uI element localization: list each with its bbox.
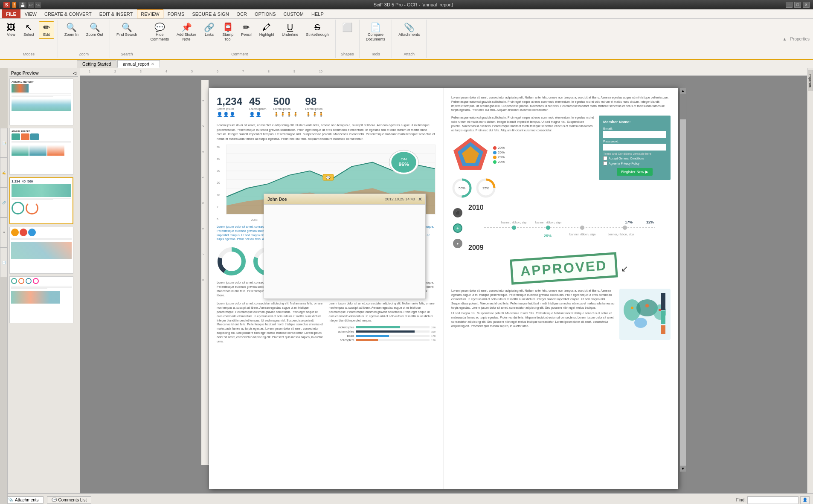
search-group-label: Search (113, 51, 140, 56)
sidebar-tab-links[interactable]: 🔗 (0, 188, 8, 217)
attachments-btn[interactable]: 📎 Attachments (395, 21, 423, 39)
page-thumb-5[interactable] (9, 276, 73, 323)
reg-form-title: Member Name: (603, 120, 666, 124)
shapes-group-label: Shapes (339, 51, 356, 56)
minimize-btn[interactable]: ─ (786, 2, 793, 8)
horizontal-ruler: 1 2 3 4 5 6 7 8 9 10 (80, 68, 807, 76)
ribbon-collapse-btn[interactable]: ▲ (781, 36, 789, 42)
select-btn[interactable]: ↖ Select (20, 21, 37, 39)
scroll-up-btn[interactable]: ▲ (680, 88, 686, 94)
find-user-btn[interactable]: 👤 (800, 496, 810, 504)
select-icon: ↖ (25, 23, 32, 32)
svg-text:8: 8 (201, 279, 204, 281)
create-convert-menu[interactable]: CREATE & CONVERT (41, 9, 95, 18)
page-right-column: Lorem ipsum dolor sit amet, consectetur … (444, 88, 678, 489)
edit-btn[interactable]: ✏ Edit (39, 21, 54, 39)
year-2009: 2009 (468, 244, 671, 252)
tab-getting-started[interactable]: Getting Started (77, 60, 116, 68)
page-preview-panel: Page Preview ◁ ANNUAL REPORT ANNUAL REPO… (8, 68, 80, 493)
sidebar-tab-bookmarks[interactable]: 📑 (0, 128, 8, 158)
find-input[interactable] (747, 496, 798, 504)
register-now-btn[interactable]: Register Now ▶ (617, 168, 653, 176)
file-menu-btn[interactable]: FILE (2, 9, 20, 18)
edit-insert-menu[interactable]: EDIT & INSERT (96, 9, 136, 18)
tab-close-icon[interactable]: ✕ (151, 62, 154, 66)
svg-text:5: 5 (191, 70, 193, 73)
timeline-dot-3: ● (453, 239, 462, 248)
popup-body[interactable] (264, 205, 425, 298)
ribbon-collapse-area: ▲ Properties (779, 20, 813, 58)
properties-tab[interactable]: Properties (808, 70, 813, 91)
add-sticker-btn[interactable]: 📌 Add StickerNote (174, 21, 199, 43)
figure-icon-3: 🧍 (286, 112, 292, 117)
popup-close-btn[interactable]: × (418, 196, 422, 203)
scroll-thumb[interactable] (680, 94, 686, 119)
stat-1234-number: 1,234 (217, 96, 242, 107)
stamp-tool-btn[interactable]: 📮 StampTool (219, 21, 236, 43)
right-bottom-area: Lorem ipsum dolor sit amet, consectetur … (451, 289, 671, 340)
scroll-down-btn[interactable]: ▼ (680, 466, 686, 472)
pencil-btn[interactable]: ✏ Pencil (238, 21, 255, 39)
right-bottom-text: Lorem ipsum dolor sit amet, consectetur … (451, 289, 616, 340)
email-input[interactable] (603, 131, 666, 138)
attachment-icon: 📎 (8, 498, 13, 502)
bottom-col-2: Lorem ipsum dolor sit amet, consectetur … (329, 301, 436, 343)
document-scroll-area[interactable]: 1 2 3 4 5 6 7 8 1,234 (80, 76, 807, 493)
tab-annual-report[interactable]: annual_report ✕ (117, 60, 160, 68)
main-layout: 📑 ✍ 🔗 ≡ 📄 Page Preview ◁ ANNUAL REPORT A (0, 68, 813, 493)
vertical-scrollbar[interactable]: ▲ ▼ (680, 88, 686, 472)
maximize-btn[interactable]: □ (794, 2, 801, 8)
find-btn[interactable]: 🔍 Find Search (113, 21, 140, 39)
attach-group-label: Attach (395, 51, 423, 56)
help-menu[interactable]: HELP (308, 9, 327, 18)
secure-sign-menu[interactable]: SECURE & SIGN (189, 9, 232, 18)
accept-conditions-checkbox[interactable] (603, 156, 607, 160)
title-bar: S ! 💾 ↩ ↪ SciF 3D 5 Pro - OCR - [annual_… (0, 0, 813, 9)
ribbon-group-shapes: ⬜ Shapes (336, 20, 360, 58)
page-thumb-1[interactable]: ANNUAL REPORT (9, 78, 73, 125)
forms-menu[interactable]: FORMS (164, 9, 188, 18)
hide-comments-btn[interactable]: 💬 HideComments (148, 21, 172, 43)
view-menu[interactable]: VIEW (21, 9, 40, 18)
strikethrough-btn[interactable]: S Strikethrough (303, 21, 332, 39)
review-menu[interactable]: REVIEW (137, 9, 163, 18)
compare-docs-btn[interactable]: 📄 CompareDocuments (363, 21, 389, 43)
password-input[interactable] (603, 144, 666, 151)
close-btn[interactable]: ✕ (803, 2, 810, 8)
privacy-policy-row: Agree to Privacy Policy (603, 161, 666, 165)
custom-menu[interactable]: CUSTOM (280, 9, 307, 18)
highlight-btn[interactable]: 🖍 Highlight (256, 21, 277, 39)
page-thumb-3[interactable]: 1,234 45 500 (9, 177, 73, 224)
page-preview-collapse[interactable]: ◁ (73, 71, 76, 75)
shapes-btn[interactable]: ⬜ (339, 21, 356, 34)
privacy-policy-checkbox[interactable] (603, 161, 607, 165)
accept-conditions-label: Accept General Conditions (609, 157, 644, 160)
stat-500-label: Lorem ipsum (273, 107, 299, 110)
zoom-out-btn[interactable]: 🔍 Zoom Out (83, 21, 106, 39)
properties-toggle-btn[interactable]: Properties (788, 36, 811, 42)
figure-icon-7: 🧍 (318, 112, 324, 117)
mini-bar-charts: motorcycles 228 automobiles (329, 326, 436, 342)
zoom-in-btn[interactable]: 🔍 Zoom In (61, 21, 81, 39)
svg-text:4: 4 (201, 177, 204, 178)
page-thumb-4[interactable] (9, 227, 73, 274)
sidebar-tab-signatures[interactable]: ✍ (0, 158, 8, 188)
popup-timestamp: 2012.10.25 14:40 (385, 197, 415, 201)
quick-access-icons[interactable]: 💾 ↩ ↪ (19, 2, 41, 8)
page-thumb-2[interactable]: ANNUAL REPORT (9, 128, 73, 175)
figure-icon-1: 🧍 (273, 112, 279, 117)
svg-text:6: 6 (217, 70, 218, 73)
options-menu[interactable]: OPTIONS (251, 9, 279, 18)
sidebar-tab-layers[interactable]: ≡ (0, 217, 8, 247)
svg-text:3: 3 (201, 151, 204, 153)
view-btn[interactable]: 🖼 View (3, 21, 19, 39)
chart-year-label: 2008 (251, 218, 258, 221)
tab-attachments[interactable]: 📎 Attachments (3, 496, 44, 504)
person-icon-orange: 👤 (249, 112, 255, 117)
sidebar-tab-recent[interactable]: 📄 (0, 247, 8, 277)
document-tabs: Getting Started annual_report ✕ (0, 60, 813, 68)
ocr-menu[interactable]: OCR (233, 9, 250, 18)
links-btn[interactable]: 🔗 Links (201, 21, 218, 39)
underline-btn[interactable]: U Underline (279, 21, 302, 39)
tab-comments-list[interactable]: 💬 Comments List (47, 496, 92, 504)
